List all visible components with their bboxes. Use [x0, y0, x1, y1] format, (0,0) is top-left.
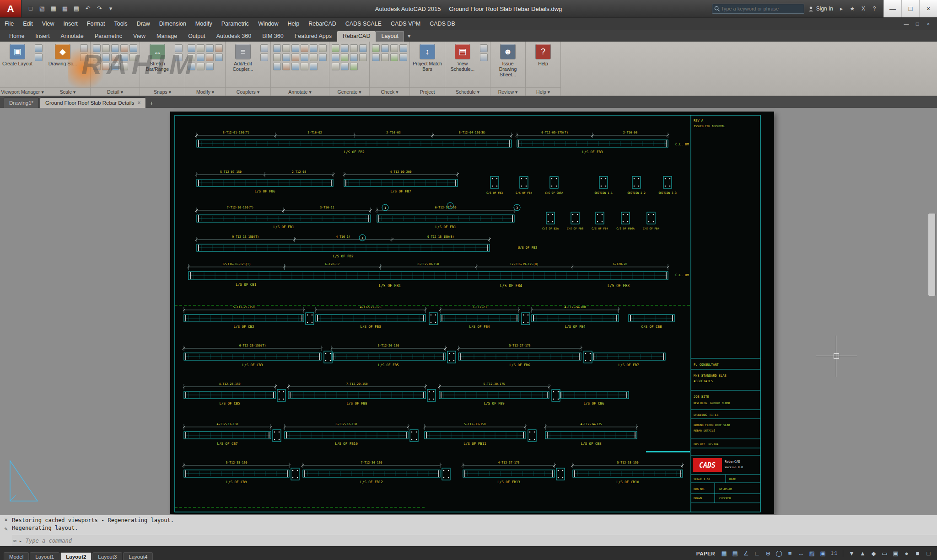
search-input[interactable]	[720, 5, 802, 12]
annotate-tool-icon[interactable]	[310, 63, 318, 70]
menu-window[interactable]: Window	[253, 18, 283, 30]
file-tab-drawing1[interactable]: Drawing1*	[4, 97, 39, 108]
ribbon-tab-featured-apps[interactable]: Featured Apps	[289, 31, 337, 42]
panel-label-generate[interactable]: Generate▾	[329, 87, 369, 96]
new-drawing-tab-button[interactable]: +	[147, 99, 156, 108]
create-layout-button[interactable]: ▣Create Layout	[2, 43, 32, 67]
detail-tool-icon[interactable]	[93, 63, 101, 70]
clean-screen-icon[interactable]: □	[924, 549, 933, 558]
check-tool-icon[interactable]	[381, 53, 389, 61]
check-tool-icon[interactable]	[372, 53, 380, 61]
menu-tools[interactable]: Tools	[109, 18, 132, 30]
menu-edit[interactable]: Edit	[18, 18, 38, 30]
scale-tool-icon[interactable]	[80, 44, 88, 52]
doc-minimize-button[interactable]: —	[901, 18, 911, 29]
check-tool-icon[interactable]	[390, 44, 398, 52]
snaps-tool-icon[interactable]	[175, 44, 183, 52]
workspace-switching-icon[interactable]: ▼	[847, 549, 856, 558]
selection-cycling-icon[interactable]: ▣	[818, 549, 828, 558]
qat-new-icon[interactable]: □	[26, 4, 35, 13]
star-icon[interactable]: ★	[848, 4, 857, 13]
issue-drawing-sheet-button[interactable]: ☻Issue Drawing Sheet...	[493, 43, 523, 78]
search-go-icon[interactable]: ▸	[837, 4, 846, 13]
ribbon-tab-parametric[interactable]: Parametric	[89, 31, 128, 42]
viewport-manager-tool-icon[interactable]	[35, 53, 43, 61]
snaps-tool-icon[interactable]	[175, 53, 183, 61]
annotate-tool-icon[interactable]	[282, 63, 290, 70]
annotate-tool-icon[interactable]	[273, 44, 281, 52]
maximize-button[interactable]: □	[901, 0, 919, 17]
ortho-mode-icon[interactable]: ∟	[752, 549, 762, 558]
panel-label-schedule[interactable]: Schedule▾	[445, 87, 490, 96]
panel-label-modify[interactable]: Modify▾	[185, 87, 225, 96]
panel-label-check[interactable]: Check▾	[370, 87, 409, 96]
annotate-tool-icon[interactable]	[301, 53, 308, 61]
ribbon-tab-view[interactable]: View	[128, 31, 151, 42]
ribbon-tab-output[interactable]: Output	[183, 31, 211, 42]
layout-tab-layout2[interactable]: Layout2	[60, 552, 92, 560]
detail-tool-icon[interactable]	[93, 44, 101, 52]
menu-help[interactable]: Help	[283, 18, 304, 30]
annotation-scale-label[interactable]: 1:1	[829, 549, 839, 558]
transparency-icon[interactable]: ▨	[807, 549, 817, 558]
annotate-tool-icon[interactable]	[282, 53, 290, 61]
panel-label-review[interactable]: Review▾	[490, 87, 525, 96]
schedule-tool-icon[interactable]	[480, 53, 488, 61]
ribbon-tab-rebarcad[interactable]: RebarCAD	[337, 31, 376, 42]
help-button[interactable]: ?Help	[528, 43, 558, 67]
menu-parametric[interactable]: Parametric	[217, 18, 253, 30]
modify-tool-icon[interactable]	[206, 63, 214, 70]
modify-tool-icon[interactable]	[188, 53, 195, 61]
generate-tool-icon[interactable]	[332, 63, 339, 70]
modify-tool-icon[interactable]	[197, 44, 205, 52]
check-tool-icon[interactable]	[399, 44, 407, 52]
panel-label-viewport-manager[interactable]: Viewport Manager▾	[0, 87, 45, 96]
annotate-tool-icon[interactable]	[319, 53, 327, 61]
polar-tracking-icon[interactable]: ⊕	[763, 549, 773, 558]
grid-display-icon[interactable]: ▦	[719, 549, 729, 558]
project-match-bars-button[interactable]: ↕Project Match Bars	[412, 43, 442, 73]
close-button[interactable]: ×	[919, 0, 937, 17]
check-tool-icon[interactable]	[399, 53, 407, 61]
couplers-tool-icon[interactable]	[260, 44, 268, 52]
snap-mode-icon[interactable]: ▤	[730, 549, 740, 558]
generate-tool-icon[interactable]	[350, 63, 358, 70]
qat-undo-icon[interactable]: ↶	[83, 4, 92, 13]
annotate-tool-icon[interactable]	[282, 44, 290, 52]
menu-insert[interactable]: Insert	[59, 18, 82, 30]
modify-tool-icon[interactable]	[215, 44, 223, 52]
layout-paper[interactable]: 8-T12-01-150(T)3-T16-022-T16-038-T12-04-…	[170, 112, 774, 514]
check-tool-icon[interactable]	[381, 44, 389, 52]
isolate-objects-icon[interactable]: ●	[902, 549, 911, 558]
modify-tool-icon[interactable]	[197, 53, 205, 61]
command-customize-icon[interactable]: ✎	[4, 526, 7, 532]
doc-restore-button[interactable]: □	[912, 18, 922, 29]
detail-tool-icon[interactable]	[111, 63, 119, 70]
detail-tool-icon[interactable]	[102, 63, 110, 70]
detail-tool-icon[interactable]	[129, 53, 137, 61]
modify-tool-icon[interactable]	[188, 63, 195, 70]
add-edit-coupler-button[interactable]: ≡Add/Edit Coupler...	[228, 43, 258, 73]
vertical-scrollbar-thumb[interactable]	[928, 213, 936, 296]
units-icon[interactable]: ◆	[869, 549, 878, 558]
ribbon-tab-bim-360[interactable]: BIM 360	[257, 31, 289, 42]
modify-tool-icon[interactable]	[206, 53, 214, 61]
doc-close-button[interactable]: ×	[923, 18, 933, 29]
annotate-tool-icon[interactable]	[301, 44, 308, 52]
object-snap-icon[interactable]: ◯	[774, 549, 784, 558]
modify-tool-icon[interactable]	[206, 44, 214, 52]
layout-tab-model[interactable]: Model	[4, 552, 29, 560]
qat-dropdown-icon[interactable]: ▾	[106, 4, 115, 13]
detail-tool-icon[interactable]	[102, 44, 110, 52]
panel-label-detail[interactable]: Detail▾	[91, 87, 140, 96]
annotate-tool-icon[interactable]	[273, 53, 281, 61]
sign-in-button[interactable]: Sign In	[808, 5, 833, 12]
annotation-monitor-icon[interactable]: ▲	[858, 549, 867, 558]
generate-tool-icon[interactable]	[359, 44, 367, 52]
schedule-tool-icon[interactable]	[480, 44, 488, 52]
generate-tool-icon[interactable]	[332, 53, 339, 61]
quick-properties-icon[interactable]: ▭	[880, 549, 889, 558]
check-tool-icon[interactable]	[372, 44, 380, 52]
qat-redo-icon[interactable]: ↷	[95, 4, 104, 13]
modify-tool-icon[interactable]	[197, 63, 205, 70]
